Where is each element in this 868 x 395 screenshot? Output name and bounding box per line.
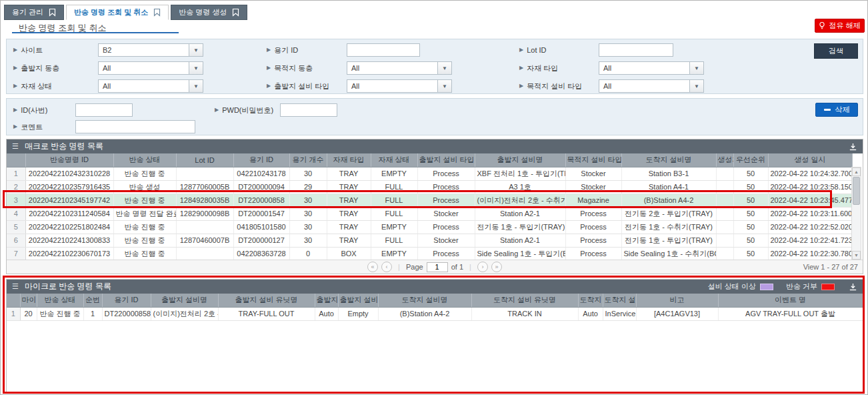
cell[interactable]: 전기동 2호 - 투입기(TRAY) xyxy=(621,207,716,220)
cell[interactable] xyxy=(176,220,233,234)
cell[interactable]: Side Sealing 1호 - 투입기(B xyxy=(475,247,565,260)
cell[interactable]: TRAY xyxy=(327,220,371,234)
cell[interactable]: 20220422102251802484 xyxy=(25,220,113,234)
cell[interactable]: Auto xyxy=(315,307,338,320)
cell[interactable]: 12870460007B xyxy=(176,234,233,247)
cell[interactable]: FULL xyxy=(371,207,417,220)
cell[interactable]: Process xyxy=(565,220,621,234)
scroll-down-icon[interactable]: ▼ xyxy=(852,251,861,260)
cell[interactable] xyxy=(716,193,733,207)
cell[interactable]: Process xyxy=(417,167,475,180)
cell[interactable]: EMPTY xyxy=(371,220,417,234)
next-page-button[interactable]: › xyxy=(477,262,488,272)
cell[interactable]: 20220422102345197742 xyxy=(25,193,113,207)
container-id-input[interactable] xyxy=(347,43,420,57)
cell[interactable]: Process xyxy=(565,207,621,220)
chevron-down-icon[interactable]: ▼ xyxy=(189,43,203,57)
row-number-cell[interactable]: 3 xyxy=(7,193,25,207)
row-number-cell[interactable]: 4 xyxy=(7,207,25,220)
cell[interactable]: FULL xyxy=(371,193,417,207)
cell[interactable]: Station A2-1 xyxy=(475,207,565,220)
cell[interactable]: 12849280035B xyxy=(176,193,233,207)
occupy-release-button[interactable]: 점유 해제 xyxy=(815,19,865,33)
cell[interactable]: DT200000094 xyxy=(233,180,289,193)
cell[interactable]: 30 xyxy=(289,220,327,234)
cell[interactable]: 반송 진행 중 xyxy=(113,220,176,234)
row-number-cell[interactable]: 2 xyxy=(7,180,25,193)
cell[interactable]: 20220422102432310228 xyxy=(25,167,113,180)
cell[interactable]: Magazine xyxy=(565,193,621,207)
table-row[interactable]: 120220422102432310228반송 진행 중042210243178… xyxy=(7,167,852,180)
cell[interactable]: 20220422102357916435 xyxy=(25,180,113,193)
bookmark-icon[interactable] xyxy=(49,8,56,17)
row-number-cell[interactable]: 7 xyxy=(7,247,25,260)
cell[interactable]: 042208363728 xyxy=(233,247,289,260)
cell[interactable]: 2022-04-22 10:23:58.150 xyxy=(768,180,852,193)
row-number-cell[interactable]: 1 xyxy=(7,307,20,320)
table-row[interactable]: 320220422102345197742반송 진행 중12849280035B… xyxy=(7,193,852,207)
cell[interactable]: 30 xyxy=(289,234,327,247)
cell[interactable]: Station B3-1 xyxy=(621,167,716,180)
column-header[interactable]: 우선순위 xyxy=(733,153,768,167)
cell[interactable]: AGV TRAY-FULL OUT 출발 xyxy=(718,307,863,320)
column-header[interactable]: 도착지 설비명 xyxy=(378,294,471,307)
cell[interactable]: Process xyxy=(417,247,475,260)
row-number-cell[interactable]: 1 xyxy=(7,167,25,180)
cell[interactable]: TRAY xyxy=(327,207,371,220)
cell[interactable]: 30 xyxy=(289,167,327,180)
column-header[interactable]: 비고 xyxy=(636,294,718,307)
cell[interactable]: XBF 전처리 1호 - 투입기(TR xyxy=(475,167,565,180)
first-page-button[interactable]: « xyxy=(367,262,378,272)
column-header[interactable]: 이벤트 명 xyxy=(718,294,863,307)
column-header[interactable]: 용기 ID xyxy=(102,294,151,307)
bookmark-icon[interactable] xyxy=(232,8,239,17)
cell[interactable]: (이미지)전처리 2호 - 수취 xyxy=(151,307,218,320)
chevron-down-icon[interactable]: ▼ xyxy=(189,61,203,75)
cell[interactable]: 2022-04-22 10:22:52.020 xyxy=(768,220,852,234)
cell[interactable]: 전기동 1호 - 투입기(TRAY) xyxy=(621,234,716,247)
column-header[interactable]: 도착지 동 xyxy=(578,294,603,307)
cell[interactable]: 20220422102241300833 xyxy=(25,234,113,247)
cell[interactable]: 50 xyxy=(733,220,768,234)
cell[interactable]: 20220422102311240584 xyxy=(25,207,113,220)
cell[interactable]: 0 xyxy=(289,247,327,260)
cell[interactable]: (B)Station A4-2 xyxy=(621,193,716,207)
cell[interactable]: Process xyxy=(417,193,475,207)
site-select[interactable]: B2 ▼ xyxy=(98,43,203,57)
cell[interactable]: FULL xyxy=(371,234,417,247)
table-row[interactable]: 720220422102230670173반송 진행 중042208363728… xyxy=(7,247,852,260)
cell[interactable]: 042210243178 xyxy=(233,167,289,180)
column-header[interactable]: 용기 ID xyxy=(233,153,289,167)
cell[interactable]: TRAY xyxy=(327,167,371,180)
table-row[interactable]: 420220422102311240584반송 명령 전달 완료12829000… xyxy=(7,207,852,220)
column-header[interactable]: 자재 상태 xyxy=(371,153,417,167)
cell[interactable]: 50 xyxy=(733,193,768,207)
cell[interactable]: 반송 진행 중 xyxy=(113,167,176,180)
vertical-scrollbar[interactable]: ▲ ▼ xyxy=(851,167,861,260)
chevron-down-icon[interactable]: ▼ xyxy=(437,79,452,93)
cell[interactable]: 전기동 1호 - 투입기(TRAY) xyxy=(475,220,565,234)
download-icon[interactable] xyxy=(849,283,857,291)
cell[interactable]: Empty xyxy=(338,307,378,320)
dst-floor-select[interactable]: All ▼ xyxy=(347,61,452,75)
column-header[interactable]: 용기 개수 xyxy=(289,153,327,167)
row-number-cell[interactable]: 6 xyxy=(7,234,25,247)
cell[interactable]: Station A4-1 xyxy=(621,180,716,193)
cell[interactable]: [A4C1AGV13] xyxy=(636,307,718,320)
chevron-down-icon[interactable]: ▼ xyxy=(189,79,203,93)
tab-transfer-create[interactable]: 반송 명령 생성 xyxy=(171,5,247,20)
column-header[interactable]: 순번 xyxy=(83,294,102,307)
cell[interactable]: DT200000127 xyxy=(233,234,289,247)
cell[interactable]: TRAY-FULL OUT xyxy=(218,307,315,320)
cell[interactable]: 반송 진행 중 xyxy=(113,193,176,207)
column-header[interactable]: 도착지 설비 유닛명 xyxy=(471,294,578,307)
chevron-down-icon[interactable]: ▼ xyxy=(689,61,704,75)
search-button[interactable]: 검색 xyxy=(814,43,858,59)
cell[interactable]: 반송 진행 중 xyxy=(37,307,83,320)
column-header[interactable] xyxy=(7,153,25,167)
menu-icon[interactable]: ☰ xyxy=(12,282,19,291)
src-equip-type-select[interactable]: All ▼ xyxy=(347,79,452,93)
table-row[interactable]: 520220422102251802484반송 진행 중041805101580… xyxy=(7,220,852,234)
cell[interactable] xyxy=(716,167,733,180)
dst-equip-type-select[interactable]: All ▼ xyxy=(599,79,704,93)
